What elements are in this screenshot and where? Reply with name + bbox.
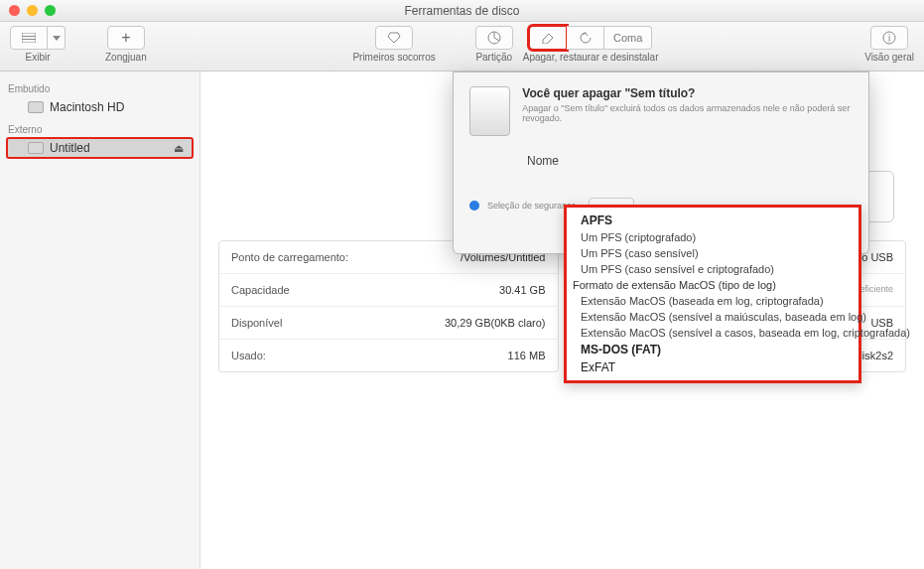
info-value: 30.41 GB xyxy=(499,284,545,296)
info-key: Usado: xyxy=(231,350,266,361)
format-option-apfs[interactable]: APFS xyxy=(567,212,858,229)
svg-rect-2 xyxy=(22,39,36,40)
format-option-apfs-encrypted[interactable]: Um PFS (criptografado) xyxy=(567,229,858,245)
info-key: Disponível xyxy=(231,317,282,329)
format-option-cs-journaled[interactable]: Extensão MacOS (sensível a maiúsculas, b… xyxy=(567,309,858,325)
sidebar-item-label: Macintosh HD xyxy=(50,100,124,114)
user-label: Zongjuan xyxy=(105,52,147,63)
info-button[interactable]: i xyxy=(870,26,908,50)
name-field-label: Nome xyxy=(527,154,853,168)
first-aid-label: Primeiros socorros xyxy=(352,52,435,63)
disk-icon xyxy=(28,142,44,154)
erase-button[interactable] xyxy=(529,26,567,50)
info-label: Visão geral xyxy=(864,52,914,63)
sidebar-item-label: Untitled xyxy=(50,141,90,155)
content-pane: 30.41 GB Você quer apagar "Sem título? A… xyxy=(200,71,924,569)
disk-icon xyxy=(28,101,44,113)
info-key: Capacidade xyxy=(231,284,290,296)
first-aid-button[interactable] xyxy=(375,26,413,50)
info-key: Ponto de carregamento: xyxy=(231,251,348,263)
format-option-journaled-encrypted[interactable]: Extensão MacOS (baseada em log, criptogr… xyxy=(567,293,858,309)
toolbar: Exibir + Zongjuan Primeiros socorros Par… xyxy=(0,22,924,71)
security-bullet-icon xyxy=(469,201,479,211)
sidebar-item-untitled[interactable]: Untitled ⏏ xyxy=(6,137,194,159)
info-row: Disponível30,29 GB(0KB claro) xyxy=(219,307,558,340)
svg-marker-3 xyxy=(53,36,61,41)
svg-text:i: i xyxy=(888,33,890,44)
add-button[interactable]: + xyxy=(107,26,145,50)
sidebar-internal-header: Embutido xyxy=(0,77,199,96)
partition-button[interactable] xyxy=(475,26,513,50)
drive-icon xyxy=(469,86,510,136)
eject-icon[interactable]: ⏏ xyxy=(174,142,184,155)
info-value: disk2s2 xyxy=(857,350,893,361)
partition-label: Partição xyxy=(475,52,512,63)
unmount-button[interactable]: Coma xyxy=(604,26,652,50)
format-option-exfat[interactable]: ExFAT xyxy=(567,358,858,376)
format-option-apfs-cs[interactable]: Um PFS (caso sensível) xyxy=(567,245,858,261)
sheet-title: Você quer apagar "Sem título? xyxy=(522,86,853,100)
view-label: Exibir xyxy=(25,52,50,63)
format-option-msdos-fat[interactable]: MS-DOS (FAT) xyxy=(567,341,858,358)
view-dropdown-button[interactable] xyxy=(48,26,66,50)
sidebar-external-header: Externo xyxy=(0,118,199,137)
format-option-cs-journaled-encrypted[interactable]: Extensão MacOS (sensível a casos, basead… xyxy=(567,325,858,341)
svg-rect-0 xyxy=(22,33,36,43)
window-title: Ferramentas de disco xyxy=(0,4,924,18)
format-dropdown-menu: APFS Um PFS (criptografado) Um PFS (caso… xyxy=(564,205,861,383)
svg-rect-1 xyxy=(22,36,36,37)
info-value: 30,29 GB(0KB claro) xyxy=(445,317,546,329)
sheet-subtitle: Apagar o "Sem título" excluirá todos os … xyxy=(522,103,853,123)
info-row: Capacidade30.41 GB xyxy=(219,274,558,307)
restore-button[interactable] xyxy=(567,26,604,50)
info-row: Usado:116 MB xyxy=(219,340,558,371)
sidebar-item-macintosh-hd[interactable]: Macintosh HD xyxy=(6,96,194,118)
titlebar: Ferramentas de disco xyxy=(0,0,924,22)
erase-group-label: Apagar, restaurar e desinstalar xyxy=(523,52,659,63)
format-option-apfs-cs-encrypted[interactable]: Um PFS (caso sensível e criptografado) xyxy=(567,261,858,277)
sidebar: Embutido Macintosh HD Externo Untitled ⏏ xyxy=(0,71,200,569)
info-value: 116 MB xyxy=(508,350,546,361)
format-group-macos-journaled: Formato de extensão MacOS (tipo de log) xyxy=(567,277,858,293)
view-mode-button[interactable] xyxy=(10,26,48,50)
